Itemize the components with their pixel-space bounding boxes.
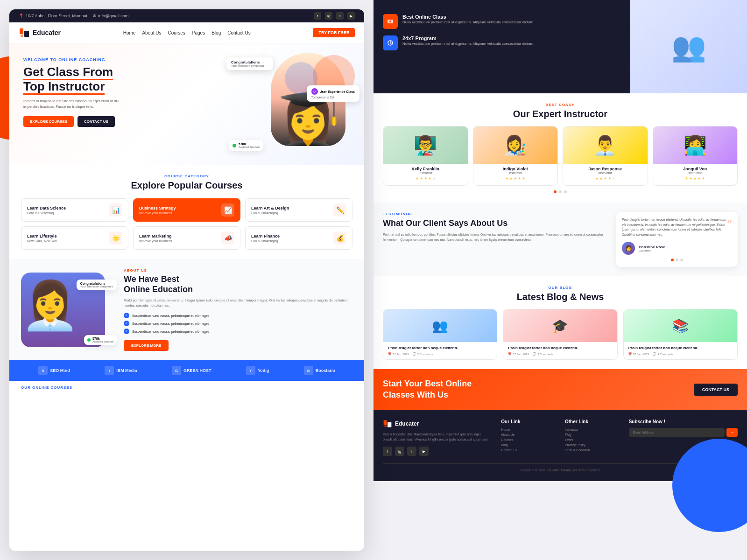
congrats-subtitle: Your admission completed — [231, 64, 268, 67]
nav-about[interactable]: About Us — [142, 30, 161, 35]
instagram-icon[interactable]: ig — [325, 12, 332, 20]
dot-1[interactable] — [671, 259, 674, 261]
svg-point-4 — [389, 21, 391, 22]
feature-title-2: 24x7 Program — [402, 35, 534, 41]
dot-3[interactable] — [680, 259, 683, 261]
footer-facebook-icon[interactable]: f — [383, 447, 392, 456]
check-icon: ✓ — [124, 321, 129, 326]
cta-contact-button[interactable]: CONTACT US — [694, 384, 738, 396]
footer-link-home[interactable]: Home — [501, 428, 556, 431]
footer-link-instructor[interactable]: Instructor — [565, 428, 620, 431]
hero-tag: WELCOME TO ONLINE COACHING — [23, 57, 154, 62]
footer-logo-icon — [383, 419, 392, 428]
course-finance[interactable]: Learn Finance Fun & Challenging 💰 — [245, 226, 352, 250]
course-name: Learn Marketing — [139, 234, 172, 238]
testimonial-section: TESTIMONIAL What Our Client Says About U… — [374, 203, 747, 276]
footer-link-privacy[interactable]: Privacy Policy — [565, 443, 620, 447]
instructor-role-1: Instructor — [383, 171, 468, 175]
footer-youtube-icon[interactable]: ▶ — [419, 447, 429, 456]
footer-link-terms[interactable]: Term & Condition — [565, 448, 620, 452]
footer-instagram-icon[interactable]: ig — [395, 447, 404, 456]
green-dot — [87, 338, 91, 342]
footer-ourlink-title: Our Link — [501, 419, 556, 424]
course-icon: 📣 — [221, 231, 234, 245]
blog-image-2: 🎓 — [503, 309, 617, 342]
twitter-icon[interactable]: t — [336, 12, 344, 20]
partner-greenhost: G GREEN HOST — [172, 366, 211, 375]
dot-1[interactable] — [554, 190, 557, 193]
instructor-photo-3: 👨‍💼 — [563, 126, 648, 164]
about-congrats-card: Congratulations Your admission completed — [77, 280, 117, 290]
blog-post-1[interactable]: 👥 Proin feugiat tortor non neque eleifen… — [383, 309, 497, 360]
instructor-jason[interactable]: 👨‍💼 Jason Response Instructor ★ ★ ★ ★ ★ — [563, 126, 648, 186]
footer-link-faq[interactable]: FAQ — [565, 433, 620, 436]
check-icon: ✓ — [124, 313, 129, 318]
dot-3[interactable] — [564, 190, 567, 193]
footer-link-blog[interactable]: Blog — [501, 443, 556, 447]
try-free-button[interactable]: TRY FOR FREE — [313, 28, 355, 37]
instructor-indigo[interactable]: 👩‍🎨 Indigo Violet Instructor ★ ★ ★ ★ ★ — [473, 126, 558, 186]
footer-link-contact[interactable]: Contact Us — [501, 448, 556, 452]
hero-students-card: 578k Assisted Student — [229, 140, 263, 151]
footer-link-about[interactable]: About Us — [501, 433, 556, 436]
course-icon: 💰 — [333, 231, 346, 245]
class-title: User Experience Class — [320, 90, 355, 93]
blog-date-2: 📅 07 Jan, 2023 — [508, 352, 529, 356]
nav-contact[interactable]: Contact Us — [227, 30, 250, 35]
courses-tag: COURSE CATEGORY — [21, 174, 352, 178]
blog-image-1: 👥 — [383, 309, 497, 342]
blog-post-2[interactable]: 🎓 Proin feugiat tortor non neque eleifen… — [503, 309, 617, 360]
instructor-kelly[interactable]: 👨‍🏫 Kelly Franklin Instructor ★ ★ ★ ★ ★ — [383, 126, 468, 186]
email-icon: ✉ — [93, 14, 97, 18]
testimonial-title: What Our Client Says About Us — [383, 218, 607, 229]
course-sub: New Skills, New You — [27, 239, 57, 243]
blog-meta-3: 📅 07 Jan, 2023 💬 3 Comments — [628, 352, 733, 356]
about-content: ABOUT US We Have Best Online Education M… — [124, 268, 352, 351]
partner-logo: G — [172, 366, 181, 375]
blog-comments-2: 💬 3 Comments — [533, 352, 553, 356]
footer-link-courses[interactable]: Courses — [501, 438, 556, 441]
nav-courses[interactable]: Courses — [168, 30, 185, 35]
nav-home[interactable]: Home — [123, 30, 136, 35]
hero-contact-button[interactable]: CONTACT US — [78, 116, 115, 127]
nav-pages[interactable]: Pages — [192, 30, 205, 35]
testimonial-dots — [622, 259, 732, 261]
hero-buttons: EXPLORE COURSES CONTACT US — [23, 116, 154, 127]
blog-post-3[interactable]: 📚 Proin feugiat tortor non neque eleifen… — [623, 309, 738, 360]
partner-logo: I — [105, 366, 114, 375]
hero-description: Integer in magna id est ultrices bibendu… — [23, 98, 126, 110]
dot-2[interactable] — [559, 190, 562, 193]
features-list: Best Online Class Nulla vestibulum preti… — [383, 14, 621, 50]
course-marketing[interactable]: Learn Marketing Improve your business 📣 — [133, 226, 240, 250]
course-lifestyle[interactable]: Learn Lifestyle New Skills, New You 🌟 — [21, 226, 128, 250]
course-data-science[interactable]: Learn Data Science Data Is Everything 📊 — [21, 198, 128, 222]
about-title: We Have Best Online Education — [124, 274, 352, 294]
topbar-email: ✉ info@gmail.com — [93, 14, 129, 18]
nav-blog[interactable]: Blog — [211, 30, 221, 35]
website-mockup: 📍 10/7 Aaboi, Floor Street, Mumbai ✉ inf… — [9, 9, 364, 551]
hero-congrats-popup: Congratulations Your admission completed — [226, 57, 273, 70]
students-collage: 👥 — [630, 0, 747, 93]
dot-2[interactable] — [676, 259, 678, 261]
instructor-role-2: Instructor — [473, 171, 558, 175]
course-sub: Data Is Everything — [27, 211, 66, 215]
footer-email-input[interactable] — [629, 428, 725, 437]
explore-courses-button[interactable]: EXPLORE COURSES — [23, 116, 74, 127]
youtube-icon[interactable]: ▶ — [347, 12, 355, 20]
footer-subscribe-button[interactable]: → — [726, 428, 738, 437]
footer-twitter-icon[interactable]: t — [407, 447, 416, 456]
online-courses-tag: OUR ONLINE COURSES — [21, 385, 352, 390]
courses-section: COURSE CATEGORY Explore Popular Courses … — [9, 165, 364, 259]
navbar: Educater Home About Us Courses Pages Blo… — [9, 22, 364, 43]
facebook-icon[interactable]: f — [314, 12, 321, 20]
social-icons: f ig t ▶ — [314, 12, 355, 20]
course-business-strategy[interactable]: Business Strategy Improve your business … — [133, 198, 240, 222]
instructor-stars-3: ★ ★ ★ ★ ★ — [563, 176, 648, 181]
star-icon: ★ — [685, 176, 688, 181]
about-check-3: ✓ Suspendisse nunc massa, pellentesque e… — [124, 329, 352, 334]
explore-more-button[interactable]: EXPLORE MORE — [124, 340, 169, 351]
congrats-title: Congratulations — [231, 60, 268, 64]
instructor-jonquil[interactable]: 👩‍💻 Jonquil Von Instructor ★ ★ ★ ★ ★ — [653, 126, 738, 186]
footer-link-event[interactable]: Event — [565, 438, 620, 441]
course-art-design[interactable]: Learn Art & Design Fun & Challenging ✏️ — [245, 198, 352, 222]
